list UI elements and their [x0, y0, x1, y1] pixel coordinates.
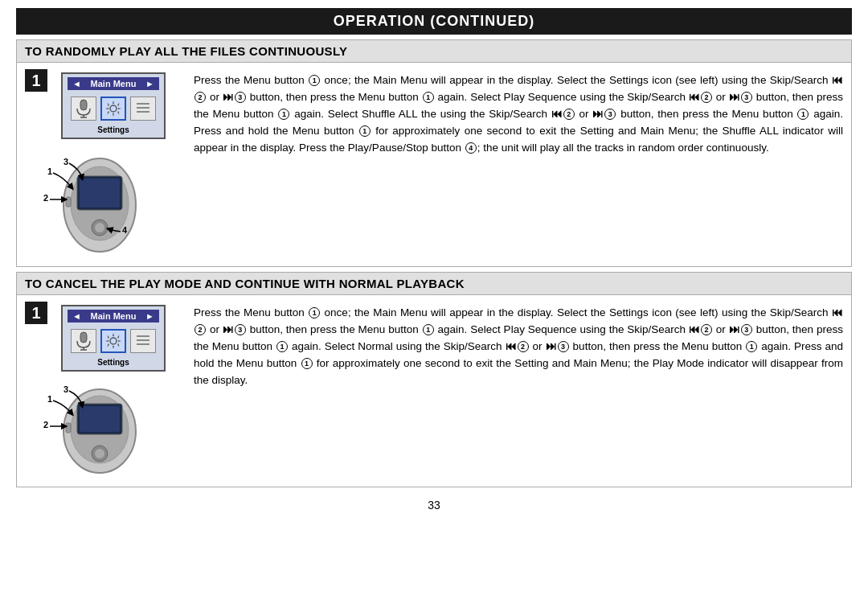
s2-circle-1e: 1 [301, 358, 313, 369]
menu-sublabel-2: Settings [68, 358, 159, 367]
circle-1c: 1 [278, 109, 289, 120]
svg-rect-10 [80, 179, 120, 207]
section-1-content: 1 ◄ Main Menu ► [17, 63, 851, 266]
circle-2c: 2 [563, 109, 575, 120]
menu-right-arrow-1: ► [145, 79, 154, 88]
svg-rect-28 [80, 406, 120, 432]
svg-point-30 [95, 449, 104, 458]
instruction-text-2: Press the Menu button 1 once; the Main M… [194, 302, 843, 480]
menu-icons-2 [68, 326, 159, 356]
svg-text:2: 2 [43, 193, 48, 203]
step-badge-2: 1 [25, 302, 47, 324]
device-svg-1: 1 2 3 4 [35, 141, 184, 260]
page-header-title: OPERATION (CONTINUED) [334, 13, 535, 29]
svg-rect-13 [66, 197, 71, 207]
s2-circle-1b: 1 [423, 324, 434, 335]
menu-title-text-1: Main Menu [91, 79, 137, 88]
menu-icon-mic-2 [71, 329, 96, 353]
circle-1e: 1 [359, 125, 371, 137]
svg-text:3: 3 [63, 157, 68, 166]
menu-screen-2: ◄ Main Menu ► [61, 305, 166, 372]
menu-icon-settings-2 [100, 329, 126, 353]
circle-3c: 3 [604, 109, 616, 120]
menu-right-arrow-2: ► [145, 311, 154, 321]
menu-icon-mic-1 [71, 97, 96, 121]
page-number: 33 [16, 499, 852, 512]
svg-rect-0 [80, 100, 87, 110]
circle-2a: 2 [194, 92, 206, 103]
instruction-text-1: Press the Menu button 1 once; the Main M… [194, 69, 843, 260]
menu-left-arrow-2: ◄ [72, 311, 81, 321]
svg-text:2: 2 [43, 420, 48, 429]
section-2: TO CANCEL THE PLAY MODE AND CONTINUE WIT… [16, 272, 852, 487]
page-header: OPERATION (CONTINUED) [16, 8, 852, 35]
s2-circle-2b: 2 [701, 324, 712, 335]
menu-icon-settings-1 [100, 97, 126, 121]
s2-circle-3a: 3 [235, 324, 246, 335]
section-1: TO RANDOMLY PLAY ALL THE FILES CONTINUOU… [16, 39, 852, 267]
menu-sublabel-1: Settings [68, 125, 159, 134]
s2-circle-3b: 3 [741, 324, 752, 335]
menu-left-arrow-1: ◄ [72, 79, 81, 88]
circle-2b: 2 [701, 92, 712, 103]
menu-icon-list-1 [130, 97, 156, 121]
svg-point-12 [95, 223, 104, 232]
menu-screen-1: ◄ Main Menu ► [61, 72, 166, 139]
menu-title-bar-1: ◄ Main Menu ► [68, 77, 159, 90]
s2-circle-2c: 2 [518, 341, 529, 352]
s2-circle-1a: 1 [309, 307, 320, 318]
circle-1a: 1 [309, 75, 320, 86]
svg-text:4: 4 [122, 225, 128, 235]
section-2-header: TO CANCEL THE PLAY MODE AND CONTINUE WIT… [17, 273, 851, 295]
menu-icon-list-2 [130, 329, 156, 353]
section-2-content: 1 ◄ Main Menu ► [17, 295, 851, 487]
svg-text:1: 1 [47, 166, 52, 176]
circle-1b: 1 [423, 92, 434, 103]
svg-point-21 [110, 338, 117, 344]
s2-circle-2a: 2 [194, 324, 206, 335]
section-1-header: TO RANDOMLY PLAY ALL THE FILES CONTINUOU… [17, 40, 851, 63]
step-badge-1: 1 [25, 69, 47, 92]
svg-text:1: 1 [47, 394, 52, 404]
circle-3b: 3 [741, 92, 752, 103]
svg-rect-18 [80, 332, 87, 343]
svg-point-3 [110, 105, 117, 112]
device-illustration-1: 1 ◄ Main Menu ► [25, 69, 186, 260]
device-illustration-2: 1 ◄ Main Menu ► [25, 302, 186, 480]
menu-title-bar-2: ◄ Main Menu ► [68, 310, 159, 323]
circle-1d: 1 [797, 109, 809, 120]
circle-4a: 4 [465, 142, 477, 154]
menu-title-text-2: Main Menu [91, 311, 137, 321]
svg-text:3: 3 [63, 384, 68, 394]
svg-rect-31 [66, 423, 71, 433]
device-svg-2: 1 2 3 [35, 373, 184, 480]
s2-circle-1d: 1 [746, 341, 757, 352]
menu-icons-1 [68, 93, 159, 124]
s2-circle-3c: 3 [558, 341, 569, 352]
s2-circle-1c: 1 [276, 341, 288, 352]
circle-3a: 3 [235, 92, 246, 103]
